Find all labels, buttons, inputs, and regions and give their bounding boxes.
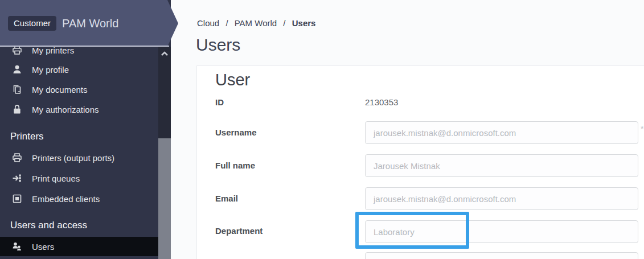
full-name-label: Full name [215, 161, 255, 170]
sidebar-section-users-and-access: Users and access [10, 215, 153, 236]
user-detail-card: User ID 2130353 Username * Full name Ema… [196, 65, 644, 259]
breadcrumb-separator: / [225, 18, 228, 28]
sidebar-item-label: Print queues [32, 174, 80, 183]
department-label: Department [215, 226, 262, 236]
email-input[interactable] [365, 187, 638, 210]
sidebar-item-label: Printers (output ports) [32, 153, 114, 163]
sidebar-scrollbar[interactable] [158, 47, 171, 259]
sidebar-item-label: My profile [32, 65, 69, 75]
scrollbar-thumb[interactable] [158, 138, 171, 259]
lock-icon [11, 104, 23, 115]
username-input[interactable] [365, 121, 638, 144]
breadcrumb-users: Users [292, 18, 316, 28]
required-marker: * [641, 124, 643, 133]
header-divider [0, 46, 169, 47]
sidebar-item-label: My documents [32, 85, 88, 94]
sidebar-item-my-profile[interactable]: My profile [0, 59, 158, 80]
sidebar-item-label: My printers [32, 46, 74, 55]
sidebar-item-label: Users [32, 242, 54, 252]
card-heading: User [215, 71, 250, 89]
app-title: PAM World [62, 17, 118, 30]
app-header: Customer PAM World [0, 0, 178, 47]
breadcrumb: Cloud / PAM World / Users [197, 18, 315, 28]
customer-badge: Customer [8, 16, 56, 31]
breadcrumb-separator: / [283, 18, 285, 28]
username-label: Username [215, 128, 257, 137]
next-field-input-partial[interactable] [365, 252, 638, 259]
arrow-into-queue-icon [11, 172, 23, 184]
department-input[interactable] [365, 220, 638, 243]
sidebar-item-label: Embedded clients [32, 194, 100, 204]
id-value: 2130353 [365, 97, 398, 107]
sidebar-item-printers-output-ports[interactable]: Printers (output ports) [0, 147, 158, 168]
breadcrumb-cloud[interactable]: Cloud [197, 18, 219, 28]
users-icon [11, 241, 23, 252]
full-name-input[interactable] [365, 154, 638, 177]
printer-icon [11, 152, 23, 163]
scroll-up-button[interactable] [158, 47, 171, 60]
person-icon [11, 64, 23, 75]
sidebar-item-my-documents[interactable]: My documents [0, 79, 158, 100]
breadcrumb-pam-world[interactable]: PAM World [235, 18, 277, 28]
sidebar-item-my-authorizations[interactable]: My authorizations [0, 99, 158, 120]
sidebar-item-print-queues[interactable]: Print queues [0, 168, 158, 188]
sidebar-item-users[interactable]: Users [0, 237, 158, 256]
id-label: ID [215, 97, 224, 107]
sidebar-item-embedded-clients[interactable]: Embedded clients [0, 188, 158, 209]
app-window: My printers My profile My documents My a… [0, 0, 644, 259]
embedded-square-icon [11, 193, 23, 204]
page-title: Users [196, 35, 240, 55]
sidebar-section-printers: Printers [10, 126, 153, 147]
chevron-up-icon [160, 50, 169, 57]
documents-icon [11, 84, 23, 95]
sidebar-item-label: My authorizations [32, 105, 99, 114]
email-label: Email [215, 194, 238, 203]
